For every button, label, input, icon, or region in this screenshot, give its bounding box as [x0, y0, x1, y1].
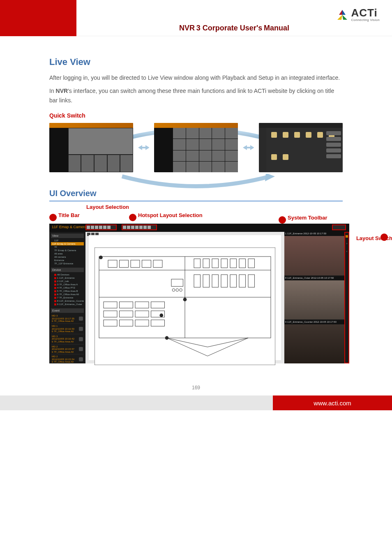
layout-1x1-icon[interactable]	[87, 226, 90, 229]
svg-marker-9	[250, 145, 254, 150]
hotspot-4-icon[interactable]	[135, 226, 138, 229]
tree-item[interactable]: 8 11F_Entrance_Counter	[51, 299, 84, 303]
page-number: 169	[0, 380, 392, 395]
svg-rect-7	[142, 147, 146, 148]
camera-preview-column: 1 11F_Entrance 2012-10-05 10:17:50 8 11F…	[284, 232, 344, 363]
camera-tile[interactable]: 1 11F_Entrance 2012-10-05 10:17:50	[284, 232, 344, 275]
svg-marker-2	[337, 15, 342, 20]
tree-item[interactable]: All camera	[51, 255, 84, 259]
tree-item[interactable]: 2 11F_Lab	[51, 280, 84, 283]
label-layout-switch: Layout Switch	[356, 235, 392, 241]
event-item[interactable]: MD 32012/10/05 10:16:426 7F_Office Area …	[51, 334, 84, 345]
chevron-right-icon[interactable]: ›	[346, 242, 348, 245]
quick-switch-label: Quick Switch	[49, 112, 343, 119]
logo-text: ACTi	[351, 7, 380, 18]
emap-area[interactable]	[85, 232, 284, 363]
tree-item[interactable]: 1 11F_Entrance	[51, 276, 84, 280]
title-suffix: Manual	[264, 24, 289, 32]
svg-marker-5	[138, 145, 142, 150]
camera-tile[interactable]: 8 11F_Entrance_Outer 2012-10-05 10:17:50	[284, 276, 344, 319]
brand-logo: ACTi Connecting Vision	[336, 7, 380, 22]
system-toolbar[interactable]	[332, 224, 346, 230]
svg-point-56	[159, 314, 163, 317]
label-system-toolbar: System Toolbar	[288, 215, 327, 221]
event-motion-icon	[79, 317, 83, 321]
event-item[interactable]: MD 22012/10/05 10:15:576 7F_Office Area …	[51, 345, 84, 355]
hotspot-3-icon[interactable]	[131, 226, 134, 229]
layout-2x2-icon[interactable]	[91, 226, 94, 229]
page-footer: www.acti.com	[0, 395, 392, 410]
svg-point-53	[99, 256, 103, 259]
tree-item[interactable]: All area	[51, 252, 84, 255]
camera-tile-header: 8 11F_Entrance_Outer 2012-10-05 10:17:50	[284, 276, 344, 280]
layout-switch-strip[interactable]: › ‹	[344, 232, 349, 363]
hotspot-5-icon[interactable]	[139, 226, 143, 229]
event-item[interactable]: MD 32012/10/05 10:17:356 7F_Office Area …	[51, 314, 84, 324]
camera-video	[284, 280, 344, 319]
tree-item[interactable]: 4 7F_Office PTZ	[51, 286, 84, 289]
tree-item[interactable]: Entrance	[51, 259, 84, 262]
view-tree: View 11F 11F Emap & Camera 7F 7F Emap & …	[51, 234, 84, 265]
paragraph-2: In NVR's interface, you can switch among…	[49, 86, 343, 105]
p2-a: In	[49, 88, 56, 94]
tree-item[interactable]: 7F	[51, 245, 84, 249]
svg-marker-1	[342, 10, 346, 15]
header-main: NVR 3 Corporate User's Manual ACTi Conne…	[76, 0, 392, 36]
hotspot-layout-toolbar[interactable]	[122, 224, 157, 230]
event-item[interactable]: MD 22012/10/05 10:15:546 7F_Office Area …	[51, 354, 84, 363]
logo-mark-icon	[336, 9, 349, 21]
screenshots-row	[49, 123, 343, 172]
tree-item[interactable]: 6 7F_Office Area All	[51, 293, 84, 296]
monitor-screenshot: Layout Switch 11F Emap & Camera - 11F Vi…	[49, 224, 349, 363]
hotspot-1-icon[interactable]	[123, 226, 126, 229]
camera-video	[284, 324, 344, 363]
p2-b: 's	[68, 88, 72, 94]
screenshot-live-view	[49, 123, 133, 172]
title-bold: 3 Corporate User's	[196, 24, 262, 32]
subsection-heading: UI Overview	[49, 189, 343, 201]
label-title-bar: Title Bar	[58, 212, 80, 218]
header-red-block	[0, 0, 76, 36]
tree-item[interactable]: 7 7F_Entrance	[51, 296, 84, 299]
arc-arrow-bottom-icon	[110, 174, 282, 190]
tree-item[interactable]: 3 7F_Office Area A	[51, 283, 84, 286]
event-motion-icon	[79, 347, 83, 351]
page-header: NVR 3 Corporate User's Manual ACTi Conne…	[0, 0, 392, 36]
hotspot-next-icon[interactable]	[148, 226, 151, 229]
hotspot-6-icon[interactable]	[143, 226, 147, 229]
tree-item[interactable]: 11F	[51, 239, 84, 242]
svg-point-55	[165, 336, 169, 340]
hotspot-2-icon[interactable]	[127, 226, 130, 229]
event-item[interactable]: MD 12012/10/05 10:16:506 7F_Office Area …	[51, 324, 84, 334]
tree-item[interactable]: 7F Emap & Camera	[51, 249, 84, 252]
camera-tile-header: 9 11F_Entrance_Counter 2012-10-05 10:17:…	[284, 320, 344, 324]
monitor-sidebar: View 11F 11F Emap & Camera 7F 7F Emap & …	[49, 232, 85, 363]
svg-point-54	[183, 298, 187, 301]
camera-video	[284, 236, 344, 275]
layout-fullscreen-icon[interactable]	[107, 226, 111, 229]
chevron-left-icon[interactable]: ‹	[346, 250, 348, 253]
layout-selection-toolbar[interactable]	[85, 224, 117, 230]
double-arrow-icon	[138, 144, 150, 151]
footer-spacer	[0, 395, 273, 410]
event-motion-icon	[79, 327, 83, 331]
device-tree-header: Device	[51, 268, 84, 272]
layout-custom-icon[interactable]	[103, 226, 106, 229]
tree-item[interactable]: 5 7F_Office Area B	[51, 289, 84, 293]
camera-tile-header: 1 11F_Entrance 2012-10-05 10:17:50	[284, 232, 344, 236]
svg-marker-8	[243, 145, 247, 150]
tree-item[interactable]: 7F_11F Entrance	[51, 262, 84, 265]
tree-item[interactable]: 9 11F_Entrance_Outer	[51, 303, 84, 306]
double-arrow-icon	[243, 144, 254, 151]
floor-plan[interactable]	[89, 235, 281, 360]
layout-switch-handle-icon[interactable]	[346, 235, 348, 238]
tree-item-selected[interactable]: 11F Emap & Camera	[51, 242, 84, 245]
event-motion-icon	[79, 357, 83, 361]
p2-c: interface, you can switch among these th…	[49, 88, 334, 103]
tree-item[interactable]: All Devices	[51, 273, 84, 276]
camera-tile[interactable]: 9 11F_Entrance_Counter 2012-10-05 10:17:…	[284, 320, 344, 363]
logo-tagline: Connecting Vision	[351, 18, 380, 22]
layout-4x4-icon[interactable]	[99, 226, 102, 229]
section-heading: Live View	[49, 57, 343, 67]
layout-3x3-icon[interactable]	[95, 226, 98, 229]
